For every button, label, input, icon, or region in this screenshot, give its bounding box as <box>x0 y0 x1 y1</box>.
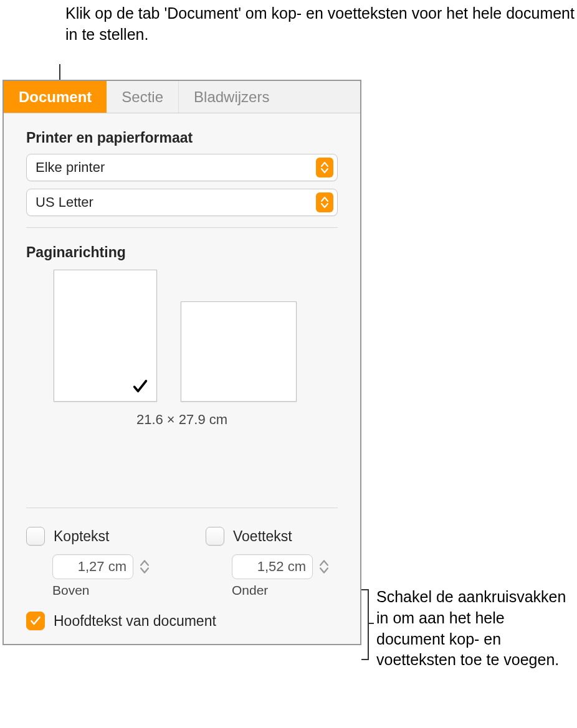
onder-sublabel: Onder <box>232 583 338 598</box>
printer-popup[interactable]: Elke printer <box>26 154 338 181</box>
header-footer-section: Koptekst Boven Voettekst <box>4 508 360 598</box>
boven-sublabel: Boven <box>52 583 158 598</box>
paper-popup-value: US Letter <box>36 194 316 210</box>
koptekst-stepper-input[interactable] <box>52 554 133 579</box>
tab-sectie[interactable]: Sectie <box>107 81 179 113</box>
printer-paper-section: Printer en papierformaat Elke printer US… <box>4 113 360 228</box>
koptekst-label: Koptekst <box>54 528 110 545</box>
checkmark-icon <box>131 377 149 395</box>
orientation-landscape-button[interactable] <box>181 301 297 402</box>
header-column: Koptekst Boven <box>26 527 158 598</box>
footer-column: Voettekst Onder <box>206 527 338 598</box>
page-orientation-section: Paginarichting 21.6 × 27.9 cm <box>4 228 360 508</box>
callout-right-bracket <box>361 589 374 658</box>
hoofdtekst-label: Hoofdtekst van document <box>54 613 216 630</box>
stepper-arrows-icon[interactable] <box>137 554 152 579</box>
page-size-label: 21.6 × 27.9 cm <box>26 412 338 428</box>
document-inspector-panel: Document Sectie Bladwijzers Printer en p… <box>2 80 361 645</box>
orientation-heading: Paginarichting <box>26 244 338 261</box>
voettekst-stepper-input[interactable] <box>232 554 313 579</box>
voettekst-label: Voettekst <box>233 528 292 545</box>
tab-document[interactable]: Document <box>4 81 107 113</box>
updown-arrows-icon <box>316 192 333 212</box>
mainbody-row: Hoofdtekst van document <box>4 598 360 644</box>
koptekst-checkbox[interactable] <box>26 527 45 546</box>
hoofdtekst-checkbox[interactable] <box>26 612 45 630</box>
stepper-arrows-icon[interactable] <box>317 554 331 579</box>
orientation-portrait-button[interactable] <box>54 270 157 402</box>
printer-paper-heading: Printer en papierformaat <box>26 130 338 146</box>
callout-right-text: Schakel de aankruisvakken in om aan het … <box>376 587 576 671</box>
printer-popup-value: Elke printer <box>36 159 316 176</box>
paper-popup[interactable]: US Letter <box>26 189 338 216</box>
inspector-tabs: Document Sectie Bladwijzers <box>4 81 360 113</box>
callout-top-text: Klik op de tab 'Document' om kop- en voe… <box>65 3 577 45</box>
tab-bladwijzers[interactable]: Bladwijzers <box>179 81 284 113</box>
voettekst-checkbox[interactable] <box>206 527 224 546</box>
updown-arrows-icon <box>316 158 333 177</box>
